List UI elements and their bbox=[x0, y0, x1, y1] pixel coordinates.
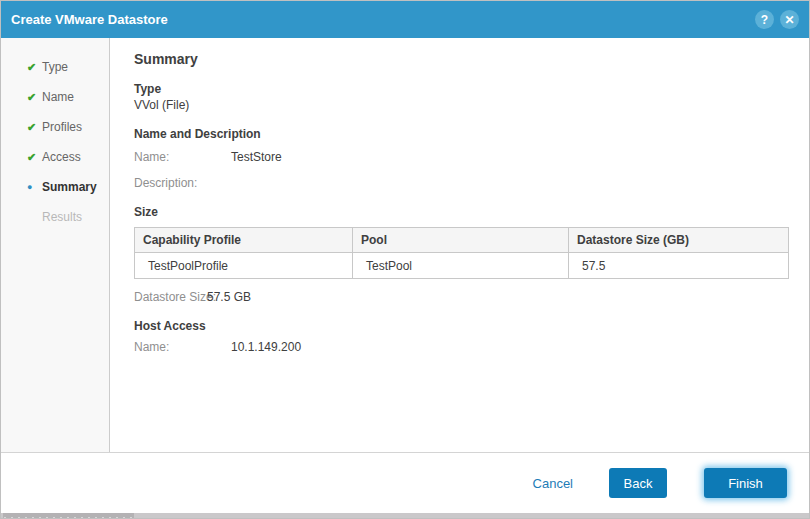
scrollbar-thumb[interactable] bbox=[3, 513, 134, 518]
dialog-footer: Cancel Back Finish bbox=[1, 452, 809, 513]
column-header-capability-profile: Capability Profile bbox=[135, 228, 353, 253]
host-access-name-label: Name: bbox=[134, 340, 231, 354]
check-icon: ✔ bbox=[27, 62, 42, 73]
size-section-heading: Size bbox=[134, 205, 789, 219]
step-label: Results bbox=[42, 210, 82, 224]
step-label: Access bbox=[42, 150, 81, 164]
close-icon[interactable]: ✕ bbox=[780, 10, 799, 29]
size-table: Capability Profile Pool Datastore Size (… bbox=[134, 227, 789, 279]
step-label: Name bbox=[42, 90, 74, 104]
name-value: TestStore bbox=[231, 150, 282, 164]
check-icon: ✔ bbox=[27, 152, 42, 163]
dialog-body: ✔ Type ✔ Name ✔ Profiles ✔ Access ● Summ… bbox=[1, 38, 809, 454]
name-row: Name: TestStore bbox=[134, 150, 789, 164]
description-row: Description: bbox=[134, 176, 789, 190]
host-access-name-value: 10.1.149.200 bbox=[231, 340, 301, 354]
dialog-title: Create VMware Datastore bbox=[11, 12, 749, 27]
host-access-section-heading: Host Access bbox=[134, 319, 789, 333]
size-table-header-row: Capability Profile Pool Datastore Size (… bbox=[135, 228, 789, 253]
cancel-button[interactable]: Cancel bbox=[533, 476, 573, 491]
step-results: Results bbox=[1, 202, 109, 232]
datastore-size-value: 57.5 GB bbox=[207, 290, 251, 304]
cell-pool: TestPool bbox=[353, 253, 569, 279]
datastore-size-row: Datastore Size: 57.5 GB bbox=[134, 290, 789, 304]
table-row: TestPoolProfile TestPool 57.5 bbox=[135, 253, 789, 279]
cell-datastore-size: 57.5 bbox=[569, 253, 789, 279]
current-step-dot-icon: ● bbox=[27, 183, 42, 192]
horizontal-scrollbar[interactable] bbox=[1, 513, 809, 518]
description-label: Description: bbox=[134, 176, 231, 190]
summary-content: Summary Type VVol (File) Name and Descri… bbox=[110, 38, 809, 454]
check-icon: ✔ bbox=[27, 92, 42, 103]
back-button[interactable]: Back bbox=[609, 468, 667, 498]
create-vmware-datastore-dialog: Create VMware Datastore ? ✕ ✔ Type ✔ Nam… bbox=[0, 0, 810, 519]
column-header-pool: Pool bbox=[353, 228, 569, 253]
name-description-section-heading: Name and Description bbox=[134, 127, 789, 141]
step-profiles[interactable]: ✔ Profiles bbox=[1, 112, 109, 142]
help-icon[interactable]: ? bbox=[755, 10, 774, 29]
step-type[interactable]: ✔ Type bbox=[1, 52, 109, 82]
dialog-titlebar: Create VMware Datastore ? ✕ bbox=[1, 1, 809, 38]
name-label: Name: bbox=[134, 150, 231, 164]
step-access[interactable]: ✔ Access bbox=[1, 142, 109, 172]
page-title: Summary bbox=[134, 51, 789, 67]
finish-button[interactable]: Finish bbox=[704, 468, 787, 498]
step-label: Profiles bbox=[42, 120, 82, 134]
type-section-heading: Type bbox=[134, 82, 789, 96]
step-label: Type bbox=[42, 60, 68, 74]
column-header-datastore-size: Datastore Size (GB) bbox=[569, 228, 789, 253]
wizard-steps-sidebar: ✔ Type ✔ Name ✔ Profiles ✔ Access ● Summ… bbox=[1, 38, 110, 454]
host-access-name-row: Name: 10.1.149.200 bbox=[134, 340, 789, 354]
step-summary[interactable]: ● Summary bbox=[1, 172, 109, 202]
check-icon: ✔ bbox=[27, 122, 42, 133]
step-name[interactable]: ✔ Name bbox=[1, 82, 109, 112]
step-label: Summary bbox=[42, 180, 97, 194]
cell-capability-profile: TestPoolProfile bbox=[135, 253, 353, 279]
type-value: VVol (File) bbox=[134, 98, 789, 112]
